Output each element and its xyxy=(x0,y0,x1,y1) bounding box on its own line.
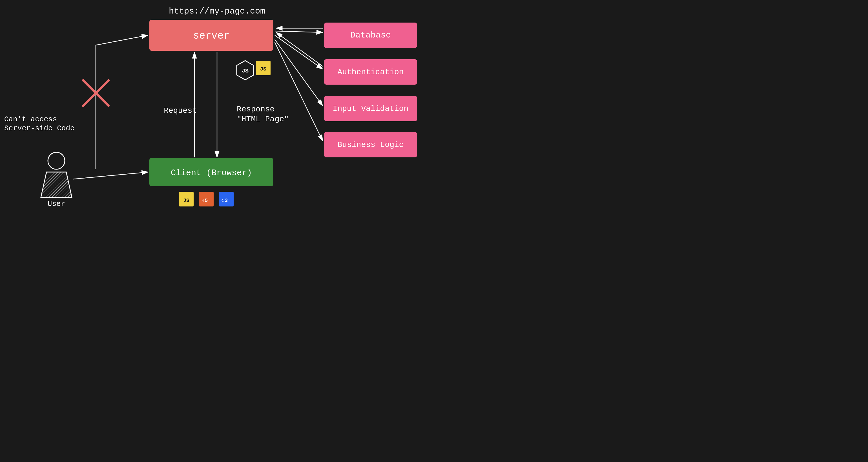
svg-text:JS: JS xyxy=(242,68,249,74)
authentication-label: Authentication xyxy=(337,68,404,77)
svg-line-26 xyxy=(96,35,148,45)
server-label: server xyxy=(193,30,230,42)
svg-line-8 xyxy=(275,35,323,69)
svg-point-23 xyxy=(48,152,65,169)
svg-line-9 xyxy=(275,39,323,106)
svg-text:H: H xyxy=(202,199,204,203)
diagram: https://my-page.com server JS JS Databas… xyxy=(0,0,434,231)
request-label: Request xyxy=(164,106,197,115)
svg-line-7 xyxy=(275,31,323,32)
response-label: Response xyxy=(237,105,275,114)
svg-line-12 xyxy=(276,32,323,66)
cant-access-line2: Server-side Code xyxy=(4,124,75,133)
cant-access-line1: Can't access xyxy=(4,115,57,123)
svg-text:5: 5 xyxy=(205,198,208,203)
response-sublabel: "HTML Page" xyxy=(237,115,289,123)
input-validation-label: Input Validation xyxy=(333,104,409,113)
svg-text:3: 3 xyxy=(225,198,228,203)
svg-text:JS: JS xyxy=(260,66,266,72)
user-label: User xyxy=(48,200,65,208)
svg-text:C: C xyxy=(221,199,224,203)
database-label: Database xyxy=(350,30,391,40)
svg-line-24 xyxy=(73,172,148,179)
client-label: Client (Browser) xyxy=(171,168,252,178)
svg-line-10 xyxy=(275,42,323,141)
business-logic-label: Business Logic xyxy=(337,141,404,149)
svg-text:JS: JS xyxy=(183,198,189,203)
url-label: https://my-page.com xyxy=(169,6,265,16)
nodejs-icon: JS xyxy=(237,61,254,80)
